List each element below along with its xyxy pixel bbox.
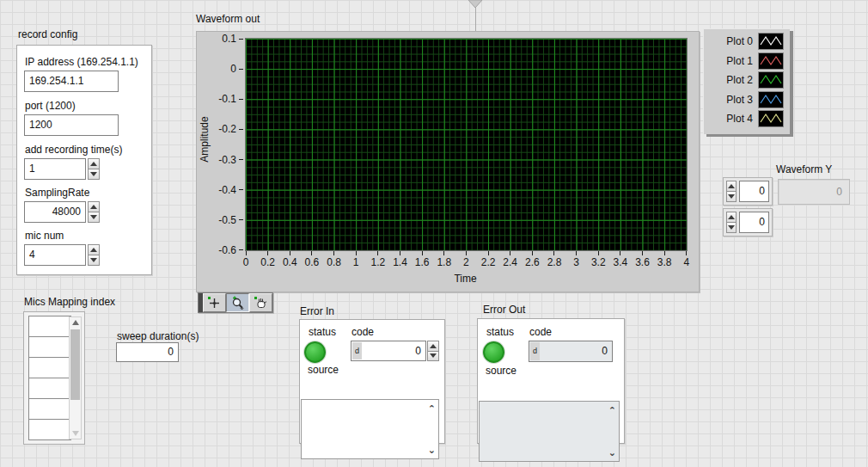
x-tick-label: 0.2 (260, 256, 275, 268)
scroll-down-icon[interactable] (72, 431, 79, 436)
zoom-tool-button[interactable] (226, 293, 249, 312)
legend-row[interactable]: Plot 1 (704, 52, 790, 71)
array-cell[interactable] (28, 419, 71, 440)
legend-row[interactable]: Plot 2 (704, 71, 790, 90)
sampling-rate-field[interactable]: 48000 (24, 201, 86, 223)
error-in-cluster: status code d 0 source ⌃ ⌄ (299, 319, 445, 444)
waveform-sample-icon (759, 53, 783, 69)
legend-plot-label: Plot 3 (726, 94, 753, 106)
pan-tool-button[interactable] (249, 293, 272, 312)
port-field[interactable]: 1200 (24, 114, 119, 136)
cursor-tool-button[interactable] (203, 293, 226, 312)
legend-plot-label: Plot 4 (726, 113, 753, 125)
radix-indicator[interactable]: d (352, 342, 362, 359)
x-tick-label: 3.2 (591, 256, 606, 268)
sampling-rate-label: SamplingRate (25, 187, 144, 199)
decrement-button[interactable] (726, 222, 737, 233)
add-recording-time-label: add recording time(s) (25, 144, 144, 156)
array-cell[interactable] (28, 398, 71, 420)
x-tick-mark (333, 251, 334, 255)
graph-title: Waveform out (196, 13, 260, 25)
decrement-button[interactable] (726, 191, 737, 202)
error-out-cluster: status code d 0 source ⌃ ⌄ (477, 318, 625, 444)
legend-plot-label: Plot 0 (726, 35, 753, 47)
x-tick-label: 1.6 (415, 256, 430, 268)
scroll-down-icon[interactable]: ⌄ (608, 448, 616, 457)
waveform-graph: 0.10-0.1-0.2-0.3-0.4-0.5-0.6 00.20.40.60… (196, 31, 700, 292)
add-recording-time-field[interactable]: 1 (24, 158, 86, 180)
graph-tool-palette (198, 292, 273, 313)
x-tick-label: 3.4 (614, 256, 628, 268)
mic-num-spinner (88, 244, 100, 266)
source-field[interactable]: ⌃ ⌄ (301, 399, 439, 459)
mics-mapping-cells (28, 316, 71, 440)
x-tick-mark (532, 251, 533, 255)
code-value: 0 (351, 341, 425, 360)
x-tick-label: 1.2 (371, 256, 386, 268)
mic-num-field[interactable]: 4 (24, 244, 86, 266)
down-arrow-icon (90, 215, 97, 219)
scroll-up-icon[interactable]: ⌃ (608, 406, 616, 415)
x-tick-mark (576, 251, 577, 255)
crosshair-icon (207, 296, 222, 310)
y-tick-mark (239, 99, 243, 100)
down-arrow-icon (430, 353, 437, 358)
waveform-y-label: Waveform Y (776, 163, 832, 175)
decrement-button[interactable] (88, 255, 100, 266)
scroll-up-icon[interactable]: ⌃ (428, 404, 436, 413)
scroll-thumb[interactable] (70, 329, 80, 400)
x-tick-label: 2.2 (481, 256, 496, 268)
legend-row[interactable]: Plot 3 (704, 90, 790, 110)
code-label: code (351, 326, 374, 338)
waveform-y-index-top: 0 (723, 177, 773, 206)
array-cell[interactable] (28, 316, 71, 337)
index-field[interactable]: 0 (739, 181, 769, 202)
mic-num-label: mic num (25, 230, 144, 242)
legend-plot-swatch (758, 91, 784, 108)
x-tick-mark (356, 251, 357, 255)
decrement-button[interactable] (427, 351, 439, 362)
array-cell[interactable] (28, 378, 71, 399)
plot-area[interactable] (245, 38, 688, 251)
error-out-label: Error Out (483, 304, 525, 316)
code-field[interactable]: d 0 (351, 341, 426, 361)
decrement-button[interactable] (88, 212, 100, 223)
legend-plot-swatch (758, 71, 784, 89)
x-tick-mark (510, 251, 510, 255)
legend-row[interactable]: Plot 4 (704, 109, 790, 129)
x-tick-mark (400, 251, 400, 255)
status-label: status (309, 326, 336, 338)
x-tick-label: 0 (243, 256, 249, 268)
hand-icon (254, 296, 268, 310)
ip-address-field[interactable]: 169.254.1.1 (24, 71, 119, 92)
decrement-button[interactable] (88, 169, 100, 180)
y-tick-label: 0 (230, 63, 236, 75)
legend-row[interactable]: Plot 0 (704, 32, 790, 52)
x-tick-label: 3.6 (635, 256, 650, 268)
source-label: source (308, 364, 339, 376)
up-arrow-icon (728, 215, 735, 219)
x-tick-label: 0.6 (305, 256, 320, 268)
scroll-down-icon[interactable]: ⌄ (428, 445, 436, 454)
source-indicator: ⌃ ⌄ (479, 401, 620, 462)
up-arrow-icon (90, 205, 97, 209)
y-tick-label: -0.1 (218, 93, 236, 105)
waveform-sample-icon (759, 34, 783, 49)
array-cell[interactable] (28, 357, 71, 378)
up-arrow-icon (90, 162, 97, 166)
y-tick-label: -0.6 (218, 244, 236, 256)
x-tick-mark (377, 251, 378, 255)
sweep-duration-field[interactable]: 0 (116, 342, 179, 362)
pane-splitter-line[interactable] (475, 8, 476, 31)
array-cell[interactable] (28, 336, 71, 358)
radix-indicator: d (530, 342, 540, 360)
x-tick-label: 1.4 (393, 256, 407, 268)
x-tick-mark (443, 251, 444, 255)
y-tick-mark (239, 39, 243, 40)
error-in-label: Error In (300, 305, 334, 317)
index-field[interactable]: 0 (739, 212, 769, 233)
scroll-up-icon[interactable] (72, 320, 79, 325)
array-scrollbar[interactable] (69, 316, 82, 439)
x-tick-label: 1 (353, 256, 359, 268)
code-label: code (529, 326, 552, 338)
